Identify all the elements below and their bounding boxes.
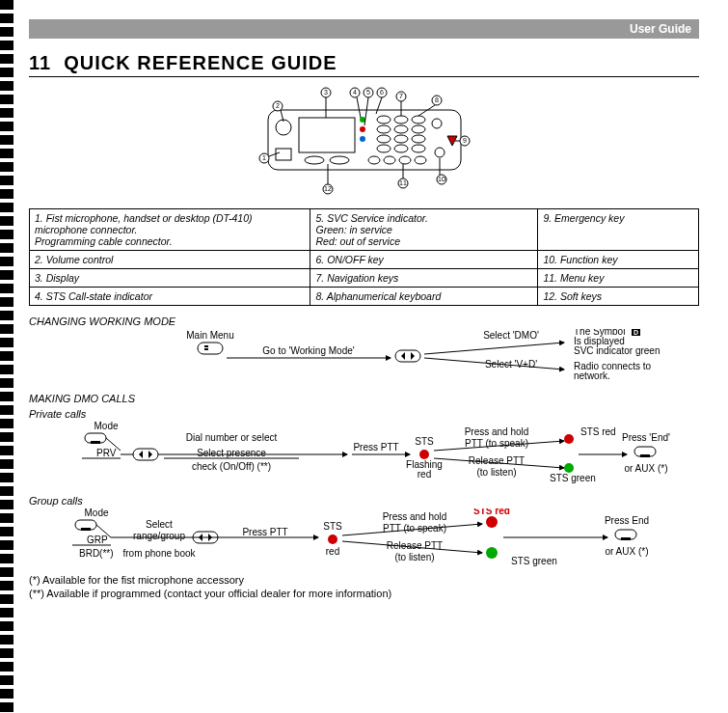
legend-6: 6. ON/OFF key	[310, 251, 538, 269]
svg-point-82	[328, 535, 337, 544]
callout-3: 3	[324, 89, 328, 96]
press-end: Press 'End'	[622, 432, 670, 443]
hold-b: PTT (to speak)	[465, 438, 528, 449]
svg-rect-51	[198, 343, 223, 354]
svg-point-2	[276, 120, 291, 135]
svg-point-85	[486, 516, 498, 528]
press-end: Press End	[605, 515, 649, 526]
release-a: Release PTT	[469, 455, 525, 466]
device-figure: 1 2 3 4 5 6 7 8 9 10 11	[29, 83, 699, 201]
legend-8: 8. Alphanumerical keyboard	[310, 288, 538, 306]
release-a: Release PTT	[387, 540, 443, 551]
legend-10: 10. Function key	[538, 251, 699, 269]
svg-point-72	[564, 463, 574, 473]
callout-8: 8	[435, 96, 439, 103]
footnote-2: (**) Available if programmed (contact yo…	[29, 588, 699, 599]
table-row: 3. Display 7. Navigation keys 11. Menu k…	[30, 269, 699, 288]
dial-label: Dial number or select	[186, 432, 278, 443]
phonebook-label: from phone book	[122, 548, 196, 559]
svg-point-5	[360, 126, 365, 132]
legend-text: Green: in service	[315, 224, 391, 235]
or-aux: or AUX (*)	[605, 546, 648, 557]
svg-rect-3	[276, 149, 291, 160]
callout-6: 6	[380, 89, 384, 96]
svg-point-13	[377, 135, 391, 143]
binding-stripes	[0, 0, 13, 618]
svg-text:D: D	[634, 329, 638, 336]
svg-line-34	[357, 97, 361, 118]
table-row: 2. Volume control 6. ON/OFF key 10. Func…	[30, 251, 699, 269]
svg-rect-55	[395, 350, 420, 362]
header-user-guide: User Guide	[630, 22, 691, 36]
svg-line-56	[424, 343, 564, 354]
svg-rect-89	[621, 537, 631, 540]
legend-11: 11. Menu key	[538, 269, 699, 288]
callout-10: 10	[438, 176, 445, 182]
brd-label: BRD(**)	[79, 548, 114, 559]
select-label: Select	[146, 519, 173, 530]
svg-point-20	[435, 148, 445, 157]
red-label: red	[418, 469, 431, 480]
press-ptt: Press PTT	[242, 527, 287, 537]
legend-4: 4. STS Call-state indicator	[30, 288, 310, 306]
chapter-number: 11	[29, 52, 50, 74]
legend-1: 1. Fist microphone, handset or desktop (…	[30, 209, 310, 251]
chapter-title: QUICK REFERENCE GUIDE	[64, 52, 337, 74]
svg-point-15	[412, 135, 425, 143]
svg-point-26	[415, 156, 426, 164]
svg-point-6	[360, 136, 365, 142]
svg-line-36	[364, 97, 368, 125]
presence-label: Select presence	[197, 448, 266, 458]
section-making-title: MAKING DMO CALLS	[29, 393, 699, 404]
red-label: red	[326, 546, 339, 557]
or-aux: or AUX (*)	[624, 463, 667, 474]
mode-label: Mode	[84, 508, 108, 518]
legend-text: Programming cable connector.	[35, 235, 173, 247]
release-b: (to listen)	[476, 467, 516, 478]
callout-9: 9	[463, 137, 467, 144]
svg-point-21	[305, 156, 324, 164]
chapter-heading: 11 QUICK REFERENCE GUIDE	[29, 52, 699, 74]
svg-rect-61	[91, 441, 100, 444]
flow-group: Mode GRP BRD(**) Select range/group from…	[29, 508, 699, 572]
svg-point-12	[412, 125, 425, 133]
range-label: range/group	[133, 531, 185, 541]
hold-b: PTT (to speak)	[383, 523, 446, 534]
press-ptt: Press PTT	[353, 442, 398, 452]
svg-point-68	[419, 450, 429, 459]
sts-green-label: STS green	[511, 556, 557, 566]
svg-rect-1	[299, 118, 355, 152]
svg-point-14	[394, 135, 408, 143]
svg-point-22	[330, 156, 349, 164]
heading-underline	[29, 76, 699, 77]
flow-private: Mode PRV Dial number or select Select pr…	[29, 422, 699, 491]
radio-b: network.	[574, 370, 610, 381]
legend-5: 5. SVC Service indicator. Green: in serv…	[310, 209, 538, 251]
callout-11: 11	[399, 179, 407, 186]
section-private-subtitle: Private calls	[29, 408, 699, 420]
sts-red-label: STS red	[580, 426, 616, 437]
svg-point-10	[377, 125, 391, 133]
hold-a: Press and hold	[383, 511, 447, 522]
callout-4: 4	[353, 89, 357, 96]
prv-label: PRV	[96, 448, 117, 458]
svg-point-24	[384, 156, 395, 164]
sts-label: STS	[415, 436, 434, 447]
table-row: 4. STS Call-state indicator 8. Alphanume…	[30, 288, 699, 306]
select-dmo: Select 'DMO'	[483, 330, 539, 341]
legend-7: 7. Navigation keys	[310, 269, 538, 288]
legend-text: Red: out of service	[315, 235, 400, 247]
svg-point-86	[486, 547, 498, 559]
callout-2: 2	[276, 102, 280, 109]
svg-line-28	[269, 152, 280, 156]
check-label: check (On/Off) (**)	[192, 461, 271, 472]
legend-table: 1. Fist microphone, handset or desktop (…	[29, 208, 699, 306]
svg-rect-77	[81, 528, 91, 531]
svg-point-8	[394, 116, 408, 123]
header-band: User Guide	[29, 19, 699, 39]
device-svg: 1 2 3 4 5 6 7 8 9 10 11	[239, 83, 490, 199]
svg-point-23	[368, 156, 380, 164]
svg-rect-66	[133, 449, 158, 460]
legend-3: 3. Display	[30, 269, 310, 288]
legend-text: 1. Fist microphone, handset or desktop (…	[35, 212, 252, 235]
